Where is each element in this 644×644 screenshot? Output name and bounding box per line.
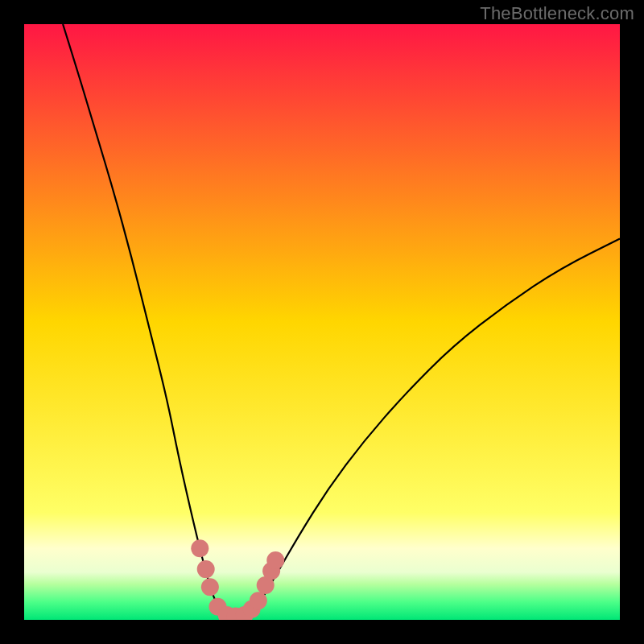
plot-area <box>24 24 620 620</box>
salmon-marker <box>197 560 215 578</box>
salmon-marker <box>250 592 267 609</box>
chart-svg <box>24 24 620 620</box>
salmon-marker <box>201 578 219 596</box>
chart-frame: TheBottleneck.com <box>0 0 644 644</box>
salmon-marker <box>266 551 284 569</box>
salmon-marker <box>191 539 208 557</box>
watermark-text: TheBottleneck.com <box>480 3 634 24</box>
gradient-background <box>24 24 620 620</box>
